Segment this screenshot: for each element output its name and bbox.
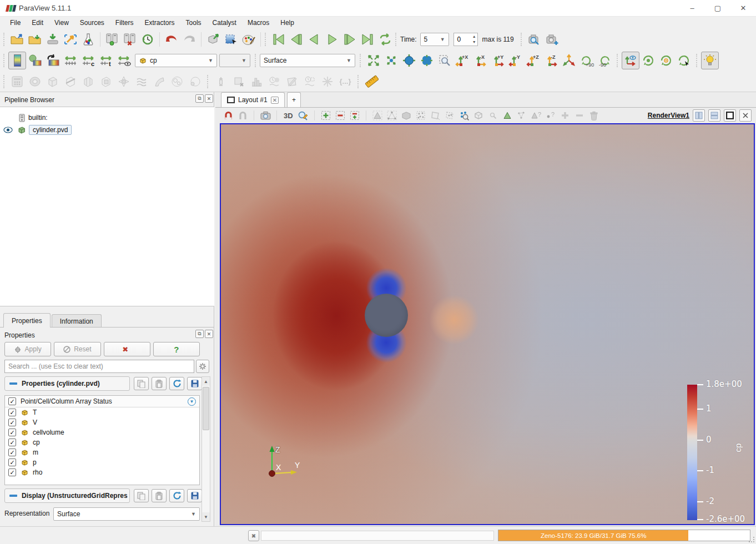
array-row-m[interactable]: ✓m: [5, 447, 199, 457]
set-view-plus-z-button[interactable]: +Z: [525, 52, 542, 69]
rescale-temporal-range-button[interactable]: t: [97, 52, 115, 69]
zoom-to-box-button[interactable]: [436, 52, 453, 69]
toggle-selection-button[interactable]: [349, 109, 361, 122]
combine-arrays-chevron-icon[interactable]: ▼: [188, 397, 196, 406]
select-points-on-button[interactable]: [386, 109, 398, 122]
last-frame-button[interactable]: [359, 31, 376, 48]
rotate-90-ccw-button[interactable]: -90: [596, 52, 613, 69]
loop-button[interactable]: [376, 31, 394, 48]
capture-screenshot-button[interactable]: [62, 31, 79, 48]
menu-filters[interactable]: Filters: [110, 17, 139, 29]
component-combo[interactable]: ▼: [219, 54, 250, 67]
color-array-combo[interactable]: cp▼: [135, 54, 217, 67]
set-view-minus-z-button[interactable]: -Z: [542, 52, 560, 69]
set-view-minus-y-button[interactable]: -Y: [507, 52, 525, 69]
undo-button[interactable]: [163, 31, 180, 48]
tab-properties[interactable]: Properties: [3, 313, 51, 328]
choose-preset-button[interactable]: [44, 52, 62, 69]
show-orientation-axes-button[interactable]: [622, 52, 639, 69]
grow-selection-button[interactable]: [559, 109, 571, 122]
server-disconnect-button[interactable]: [121, 31, 139, 48]
reset-button[interactable]: Reset: [54, 342, 100, 356]
rotate-90-cw-button[interactable]: +90: [578, 52, 596, 69]
source-section-header[interactable]: Properties (cylinder.pvd): [4, 376, 130, 391]
pipeline-item-builtin[interactable]: builtin:: [0, 112, 214, 124]
save-state-button[interactable]: [44, 31, 62, 48]
tab-information[interactable]: Information: [52, 314, 102, 328]
isometric-view-button[interactable]: [560, 52, 578, 69]
delete-button[interactable]: ✖: [104, 342, 150, 356]
render-view-name[interactable]: RenderView1: [648, 112, 689, 119]
properties-float-button[interactable]: ⧉: [195, 330, 204, 338]
adjust-camera-button[interactable]: [222, 109, 234, 122]
frame-spinbox[interactable]: 0▲▼: [453, 33, 478, 46]
interactive-select-cells-button[interactable]: [458, 109, 470, 122]
auto-apply-button[interactable]: [204, 31, 222, 48]
help-button[interactable]: ?: [153, 342, 200, 356]
redo-button[interactable]: [180, 31, 198, 48]
close-view-button[interactable]: [739, 109, 752, 122]
save-data-button[interactable]: [26, 31, 44, 48]
capture-view-camera-button[interactable]: [259, 109, 271, 122]
pick-rotation-center-button[interactable]: [675, 52, 693, 69]
copy-display-button[interactable]: [134, 489, 149, 502]
representation-select[interactable]: Surface▼: [53, 507, 200, 521]
menu-catalyst[interactable]: Catalyst: [207, 17, 242, 29]
selection-palette-button[interactable]: [222, 31, 240, 48]
select-points-through-button[interactable]: [415, 109, 427, 122]
query-cells-button[interactable]: ?: [530, 109, 542, 122]
menu-sources[interactable]: Sources: [74, 17, 110, 29]
link-camera-button[interactable]: [236, 109, 249, 122]
menu-extractors[interactable]: Extractors: [139, 17, 180, 29]
first-frame-button[interactable]: [270, 31, 288, 48]
pipeline-close-button[interactable]: ✕: [205, 94, 213, 103]
select-cells-on-button[interactable]: [371, 109, 384, 122]
play-button[interactable]: [323, 31, 341, 48]
array-status-checkbox[interactable]: ✓: [8, 397, 16, 405]
hover-points-button[interactable]: [501, 109, 513, 122]
color-palette-button[interactable]: [240, 31, 258, 48]
select-points-polygon-button[interactable]: [443, 109, 456, 122]
menu-view[interactable]: View: [49, 17, 74, 29]
array-row-p[interactable]: ✓p: [5, 457, 199, 467]
reset-camera-closest-button[interactable]: [400, 52, 418, 69]
add-selection-button[interactable]: [320, 109, 332, 122]
query-points-button[interactable]: ?: [545, 109, 557, 122]
select-cells-through-button[interactable]: [400, 109, 412, 122]
close-button[interactable]: ✕: [730, 0, 756, 17]
toggle-color-legend-button[interactable]: [8, 52, 26, 69]
menu-edit[interactable]: Edit: [26, 17, 49, 29]
abort-button[interactable]: ✖: [248, 530, 259, 541]
zoom-edit-button[interactable]: [297, 109, 309, 122]
menu-macros[interactable]: Macros: [242, 17, 275, 29]
paste-properties-button[interactable]: [152, 377, 167, 390]
pipeline-float-button[interactable]: ⧉: [195, 94, 204, 103]
properties-close-button[interactable]: ✕: [205, 330, 213, 338]
menu-help[interactable]: Help: [275, 17, 300, 29]
rotate-camera-center-button[interactable]: [657, 52, 675, 69]
display-section-header[interactable]: Display (UnstructuredGridRepres: [4, 488, 130, 503]
save-defaults-button[interactable]: [187, 377, 202, 390]
paste-display-button[interactable]: [152, 489, 167, 502]
array-row-V[interactable]: ✓V: [5, 417, 199, 427]
rescale-custom-range-button[interactable]: c: [79, 52, 97, 69]
open-file-button[interactable]: [8, 31, 26, 48]
light-toggle-button[interactable]: [701, 52, 719, 69]
next-frame-button[interactable]: [341, 31, 359, 48]
visibility-eye-icon[interactable]: [3, 127, 13, 133]
minimize-button[interactable]: –: [679, 0, 705, 17]
close-layout-tab-button[interactable]: ✕: [271, 97, 279, 104]
maximize-button[interactable]: ▢: [705, 0, 730, 17]
ruler-button[interactable]: [362, 73, 380, 90]
reset-display-button[interactable]: [169, 489, 184, 502]
history-button[interactable]: [139, 31, 157, 48]
properties-scrollbar[interactable]: ▲ ▼: [201, 376, 210, 522]
select-cells-query-button[interactable]: [516, 109, 528, 122]
server-connect-button[interactable]: [103, 31, 121, 48]
search-input[interactable]: Search ... (use Esc to clear text): [4, 360, 194, 373]
edit-color-map-button[interactable]: [26, 52, 44, 69]
zoom-to-data-button[interactable]: [382, 52, 400, 69]
shrink-selection-button[interactable]: [573, 109, 586, 122]
toggle-3d-mode-button[interactable]: 3D: [282, 112, 295, 120]
rescale-data-range-button[interactable]: [62, 52, 79, 69]
